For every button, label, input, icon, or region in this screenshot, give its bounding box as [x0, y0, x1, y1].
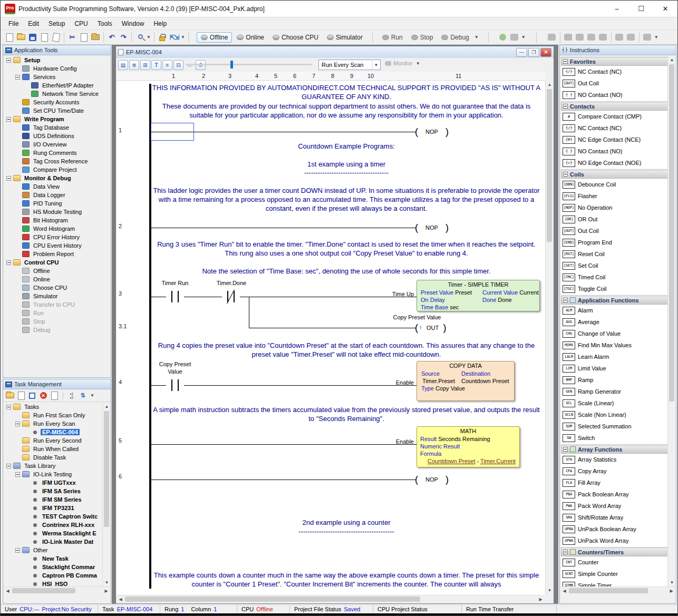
instruction-find-min-max-values[interactable]: MIMXFind Min Max Values — [561, 339, 668, 351]
instruction-unpack-boolean-array[interactable]: UPBAUnPack Boolean Array — [561, 523, 668, 535]
undo-icon[interactable]: ↶ — [106, 32, 117, 43]
task-run-when-called[interactable]: Run When Called — [3, 445, 102, 453]
instruction-timed-coil[interactable]: [TMC]Timed Coil — [561, 271, 668, 283]
comment-heading-example1[interactable]: 1st example using a timer — [151, 160, 541, 169]
instruction-no-contact-no[interactable]: ┤ ├NO Contact (NO) — [561, 89, 668, 101]
instruction-program-end[interactable]: [END]Program End — [561, 237, 668, 248]
instruction-alarm[interactable]: ALMAlarm — [561, 305, 668, 316]
task-stacklight-commar[interactable]: Stacklight Commar — [3, 563, 102, 571]
apptools-online[interactable]: Online — [3, 275, 111, 283]
apptools-write-program[interactable]: Write Program — [3, 115, 111, 123]
simulator-button[interactable]: Simulator — [323, 33, 366, 42]
apptools-i-o-overview[interactable]: I/O Overview — [3, 140, 111, 149]
instructions-hscrollbar[interactable]: ◀ ▶ — [560, 586, 675, 594]
view-comments-icon[interactable]: ≡ — [162, 60, 172, 70]
instruction-change-of-value[interactable]: CHGChange of Value — [561, 328, 668, 339]
editor-vscrollbar[interactable]: ▲ ▼ — [545, 81, 553, 594]
expander-icon[interactable] — [6, 260, 11, 265]
instruction-no-operation[interactable]: [NOP]No Operation — [561, 202, 668, 213]
instruction-debounce-coil[interactable]: [DBN]Debounce Coil — [561, 179, 668, 190]
new-group-icon[interactable] — [5, 391, 15, 400]
monitor-dropdown-icon[interactable]: ▼ — [416, 61, 420, 66]
view-text-icon[interactable]: T — [151, 60, 161, 70]
editor-minimize-button[interactable]: — — [516, 48, 527, 57]
instruction-learn-alarm[interactable]: LALMLearn Alarm — [561, 351, 668, 363]
instruction-toggle-coil[interactable]: [TGC]Toggle Coil — [561, 283, 668, 295]
task-run-every-second[interactable]: Run Every Second — [3, 436, 102, 445]
instructions-vscrollbar[interactable]: ▲ ▼ — [667, 56, 675, 586]
task-tree-vscrollbar[interactable]: ▲ ▼ — [102, 403, 110, 586]
expander-icon[interactable] — [6, 176, 11, 181]
rung-comment-counter[interactable]: This example counts down a counter much … — [151, 571, 541, 589]
apptools-stop[interactable]: Stop — [3, 317, 111, 326]
task-tree-hscrollbar[interactable]: ◀ ▶ — [4, 586, 110, 594]
nop-coil-rung-1[interactable]: (NOP) — [415, 125, 449, 139]
section-header-array-functions[interactable]: Array Functions — [561, 445, 668, 454]
instruction-reset-coil[interactable]: [RST]Reset Coil — [561, 248, 668, 260]
instruction-copy-array[interactable]: CPACopy Array — [561, 465, 668, 477]
instruction-out-coil[interactable]: [OUT]Out Coil — [561, 225, 668, 237]
check-project-icon[interactable] — [498, 32, 508, 43]
apptools-pid-tuning[interactable]: PID Tuning — [3, 199, 111, 208]
task-ep-misc-004[interactable]: EP-MISC-004 — [3, 428, 102, 436]
apptools-bit-histogram[interactable]: Bit Histogram — [3, 216, 111, 224]
section-header-coils[interactable]: Coils — [561, 170, 668, 179]
no-contact-copy-preset-value[interactable] — [166, 378, 184, 393]
instruction-or-out[interactable]: [OR]OR Out — [561, 213, 668, 225]
rung-comment-rung4[interactable]: Rung 4 copies the preset value into "Cou… — [151, 341, 541, 359]
task-test-captron-switc[interactable]: TEST Captron Switc — [3, 512, 102, 521]
rung-comment-rung5[interactable]: A simple math instruction subtracts the … — [151, 405, 541, 423]
fit-dropdown-icon[interactable]: ▼ — [181, 35, 185, 40]
comment-dropdown-icon[interactable]: ▼ — [521, 35, 526, 40]
zoom-slider[interactable] — [186, 64, 312, 65]
nc-contact-timer-done[interactable] — [222, 289, 240, 304]
instruction-average[interactable]: AVGAverage — [561, 316, 668, 328]
instruction-set-coil[interactable]: [SET]Set Coil — [561, 260, 668, 271]
instruction-limit-value[interactable]: LIMLimit Value — [561, 363, 668, 374]
no-contact-timer-run[interactable] — [166, 289, 184, 304]
apptools-setup[interactable]: Setup — [3, 56, 111, 64]
rung-comment-timer[interactable]: This ladder logic provides the user a ti… — [151, 186, 541, 213]
instruction-no-edge-contact-noe[interactable]: ┤↕├NO Edge Contact (NOE) — [561, 157, 668, 169]
instruction-scale-non-linear[interactable]: SCLNScale (Non Linear) — [561, 409, 668, 421]
task-io-link-master-dat[interactable]: IO-Link Master Dat — [3, 537, 102, 546]
expander-icon[interactable] — [6, 58, 11, 63]
menu-file[interactable]: File — [4, 18, 23, 29]
ladder-canvas[interactable]: THIS INFORMATION PROVIDED BY AUTOMATIOND… — [117, 81, 545, 595]
lock-icon[interactable] — [157, 32, 168, 43]
editor-hscrollbar[interactable]: ◀ ▶ — [117, 595, 545, 603]
apptools-tag-cross-reference[interactable]: Tag Cross Reference — [3, 157, 111, 165]
apptools-ethernet-ip-adapter[interactable]: EtherNet/IP Adapter — [3, 81, 111, 90]
rung-comment-disclaimer-2[interactable]: These documents are provided by our tech… — [151, 102, 541, 120]
expander-icon[interactable] — [6, 117, 11, 122]
menu-tools[interactable]: Tools — [93, 18, 117, 29]
comment-icon[interactable] — [509, 32, 520, 43]
save-project-icon[interactable] — [27, 32, 38, 43]
apptools-compare-project[interactable]: Compare Project — [3, 165, 111, 174]
menu-edit[interactable]: Edit — [23, 18, 44, 29]
collapse-icon[interactable] — [563, 298, 568, 302]
menu-help[interactable]: Help — [149, 18, 171, 29]
apptools-rung-comments[interactable]: Rung Comments — [3, 149, 111, 157]
fit-view-icon[interactable]: ⇱⇲ — [169, 32, 179, 43]
task-hsi-hso[interactable]: HSI_HSO — [3, 580, 102, 586]
collapse-icon[interactable] — [563, 447, 568, 452]
apptools-tag-database[interactable]: Tag Database — [3, 123, 111, 132]
editor-restore-button[interactable]: ❐ — [528, 48, 539, 57]
apptools-debug[interactable]: Debug — [3, 326, 111, 334]
apptools-monitor-debug[interactable]: Monitor & Debug — [3, 174, 111, 182]
task-new-task[interactable]: New Task — [3, 554, 102, 563]
rung-comment-rung3[interactable]: Rung 3 uses "Timer Run" bit to enable th… — [151, 240, 541, 258]
view-tree-icon[interactable]: ⊟ — [173, 60, 183, 70]
apptools-security-accounts[interactable]: Security Accounts — [3, 98, 111, 106]
copy-icon[interactable] — [79, 32, 89, 43]
apptools-choose-cpu[interactable]: Choose CPU — [3, 283, 111, 292]
cut-icon[interactable]: ✂ — [67, 32, 78, 43]
apptools-problem-report[interactable]: Problem Report — [3, 250, 111, 258]
combo-dropdown-icon[interactable]: ▼ — [372, 60, 380, 70]
menu-window[interactable]: Window — [117, 18, 149, 29]
instruction-nc-contact-nc[interactable]: ┤/├NC Contact (NC) — [561, 122, 668, 134]
apptools-cpu-event-history[interactable]: CPU Event History — [3, 241, 111, 250]
instruction-flasher[interactable]: [FLS]Flasher — [561, 190, 668, 202]
task-captron-pb-comma[interactable]: Captron PB Comma — [3, 571, 102, 580]
